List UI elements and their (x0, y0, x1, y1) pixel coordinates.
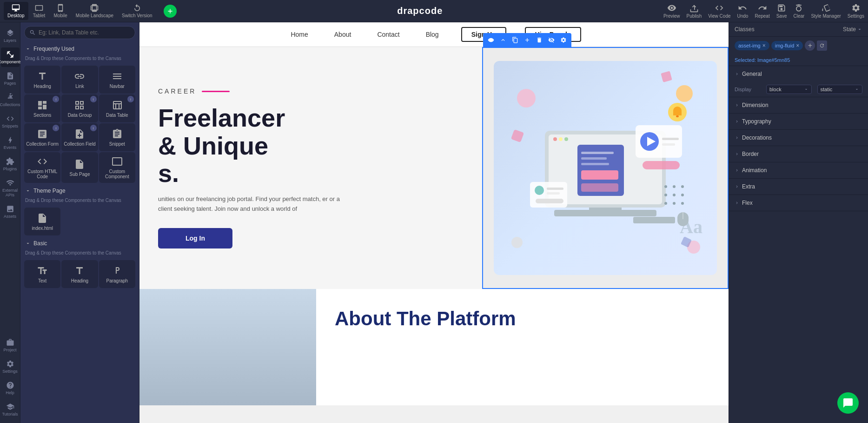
publish-action[interactable]: Publish (687, 3, 702, 19)
hero-label: CAREER (158, 87, 464, 95)
view-code-action[interactable]: View Code (708, 3, 730, 19)
svg-rect-23 (662, 138, 679, 140)
device-desktop[interactable]: Desktop (4, 2, 28, 20)
decorations-section-header[interactable]: Decorations (729, 130, 868, 146)
svg-rect-24 (662, 143, 675, 146)
component-sections[interactable]: i Sections (24, 94, 60, 122)
class-tags: asset-img × img-fluid × + (729, 37, 868, 54)
style-manager-action[interactable]: Style Manager (811, 3, 841, 19)
svg-point-36 (681, 194, 684, 196)
hero-image-panel[interactable]: Aa (482, 47, 729, 289)
sel-tool-hide[interactable] (546, 35, 557, 45)
sidebar-item-collections[interactable]: Collections (1, 90, 20, 110)
repeat-action[interactable]: Repeat (755, 3, 769, 19)
svg-point-12 (559, 137, 563, 141)
chat-bubble[interactable] (837, 392, 859, 414)
svg-point-2 (676, 85, 693, 102)
nav-contact[interactable]: Contact (373, 29, 403, 40)
sidebar-item-external-apis[interactable]: External APIs (1, 176, 20, 200)
sel-tool-view[interactable] (486, 35, 496, 45)
component-collection-form[interactable]: i Collection Form (24, 123, 60, 151)
sel-tool-copy[interactable] (510, 35, 520, 45)
info-dot: i (90, 125, 97, 131)
component-index-html[interactable]: index.html (24, 208, 60, 235)
hero-login-button[interactable]: Log In (158, 228, 232, 248)
sel-tool-settings[interactable] (558, 35, 569, 45)
sidebar-item-help[interactable]: Help (1, 378, 20, 398)
svg-point-39 (681, 202, 684, 205)
panel-section-typography: Typography (729, 114, 868, 130)
sidebar-item-assets[interactable]: Assets (1, 202, 20, 222)
svg-point-34 (664, 194, 667, 196)
sidebar-item-settings[interactable]: Settings (1, 357, 20, 376)
refresh-classes-button[interactable] (817, 40, 827, 51)
save-action[interactable]: Save (776, 3, 787, 19)
dimension-section-header[interactable]: Dimension (729, 97, 868, 113)
device-tablet[interactable]: Tablet (29, 2, 49, 20)
typography-section-header[interactable]: Typography (729, 114, 868, 129)
sidebar-item-components[interactable]: Components (1, 47, 20, 67)
component-collection-field[interactable]: i Collection Field (61, 123, 98, 151)
device-mobile-landscape[interactable]: Mobile Landscape (72, 2, 117, 20)
border-section-header[interactable]: Border (729, 146, 868, 162)
general-section-header[interactable]: General (729, 66, 868, 82)
class-tag-asset-img[interactable]: asset-img × (735, 41, 769, 50)
icon-bar: Layers Components Pages Collections Snip… (0, 22, 20, 423)
component-sub-page[interactable]: Sub Page (61, 152, 98, 183)
device-switch-version[interactable]: Switch Version (118, 2, 156, 20)
search-input[interactable] (39, 29, 130, 36)
sidebar-item-tutorials[interactable]: Tutorials (1, 400, 20, 419)
sidebar-item-layers[interactable]: Layers (1, 26, 20, 46)
preview-action[interactable]: Preview (663, 3, 680, 19)
sel-tool-delete[interactable] (534, 35, 544, 45)
canvas[interactable]: Home About Contact Blog Sign Up Hire Peo… (139, 22, 729, 423)
remove-class-tag-img-fluid[interactable]: × (796, 42, 799, 49)
add-class-tag-button[interactable]: + (805, 40, 815, 51)
component-heading-basic[interactable]: Heading (61, 260, 98, 288)
nav-home[interactable]: Home (287, 29, 311, 40)
clear-action[interactable]: Clear (793, 3, 804, 19)
display-select[interactable]: block (766, 85, 812, 94)
component-link[interactable]: Link (61, 66, 98, 94)
nav-blog[interactable]: Blog (422, 29, 443, 40)
theme-page-header[interactable]: Theme Page (20, 185, 139, 197)
undo-action[interactable]: Undo (737, 3, 749, 19)
component-data-table[interactable]: i Data Table (99, 94, 135, 122)
sidebar-item-plugins[interactable]: Plugins (1, 154, 20, 174)
topbar: Desktop Tablet Mobile Mobile Landscape S… (0, 0, 868, 22)
component-text[interactable]: Text (24, 260, 60, 288)
basic-header[interactable]: Basic (20, 237, 139, 249)
topbar-actions: Preview Publish View Code Undo Repeat Sa… (663, 3, 864, 19)
flex-section-header[interactable]: Flex (729, 195, 868, 211)
sel-tool-up[interactable] (498, 35, 508, 45)
about-left-image (139, 289, 316, 405)
state-label[interactable]: State (843, 26, 862, 33)
add-component-button[interactable] (164, 5, 177, 18)
about-right-content: About The Platform (316, 289, 729, 405)
component-custom-component[interactable]: Custom Component (99, 152, 135, 183)
settings-action[interactable]: Settings (848, 3, 864, 19)
component-heading[interactable]: Heading (24, 66, 60, 94)
preview-navbar: Home About Contact Blog Sign Up Hire Peo… (139, 22, 729, 47)
chevron-right-icon-4 (735, 135, 739, 140)
sidebar-item-project[interactable]: Project (1, 336, 20, 355)
search-box[interactable] (24, 26, 135, 39)
sidebar-item-snippets[interactable]: Snippets (1, 112, 20, 131)
component-navbar[interactable]: Navbar (99, 66, 135, 94)
component-snippet[interactable]: Snippet (99, 123, 135, 151)
frequently-used-header[interactable]: Frequently Used (20, 43, 139, 55)
remove-class-tag-asset-img[interactable]: × (762, 42, 766, 49)
left-panel: Frequently Used Drag & Drop these Compon… (20, 22, 139, 423)
component-custom-html-code[interactable]: Custom HTML Code (24, 152, 60, 183)
nav-about[interactable]: About (331, 29, 355, 40)
component-data-group[interactable]: i Data Group (61, 94, 98, 122)
class-tag-img-fluid[interactable]: img-fluid × (771, 41, 803, 50)
position-select[interactable]: static (817, 85, 863, 94)
extra-section-header[interactable]: Extra (729, 179, 868, 195)
sidebar-item-pages[interactable]: Pages (1, 69, 20, 88)
sel-tool-add[interactable] (522, 35, 532, 45)
sidebar-item-events[interactable]: Events (1, 133, 20, 153)
animation-section-header[interactable]: Animation (729, 162, 868, 178)
device-mobile[interactable]: Mobile (50, 2, 71, 20)
component-paragraph[interactable]: Paragraph (99, 260, 135, 288)
